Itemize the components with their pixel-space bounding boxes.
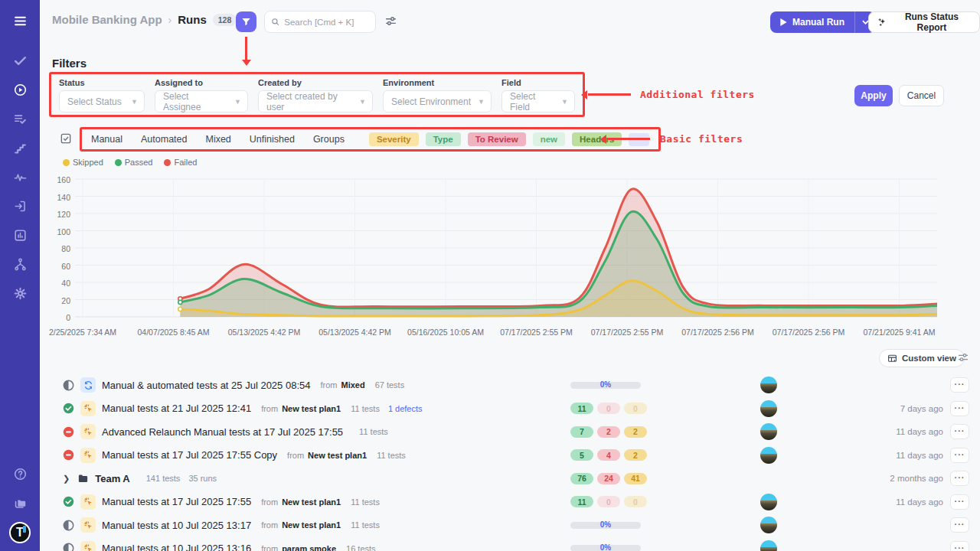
chart-x-tick-label: 04/07/2025 8:45 AM bbox=[138, 328, 210, 337]
table-row[interactable]: Manual tests at 10 Jul 2025 13:16 frompa… bbox=[40, 537, 980, 551]
table-row[interactable]: Manual & automated tests at 25 Jul 2025 … bbox=[40, 373, 980, 397]
filter-tab-automated[interactable]: Automated bbox=[141, 134, 187, 145]
filter-select[interactable]: Select Field ▼ bbox=[501, 90, 575, 112]
from-plan[interactable]: New test plan1 bbox=[282, 520, 341, 530]
filter-tag-new[interactable]: new bbox=[533, 132, 565, 146]
badge-skipped: 0 bbox=[624, 403, 647, 414]
from-plan[interactable]: New test plan1 bbox=[308, 451, 367, 460]
legend-item-skipped[interactable]: Skipped bbox=[63, 158, 103, 167]
chart-x-tick-label: 07/17/2025 2:55 PM bbox=[500, 328, 573, 337]
sidebar-milestones-icon[interactable] bbox=[0, 133, 40, 162]
manual-run-button[interactable]: Manual Run bbox=[770, 11, 875, 33]
row-menu-button[interactable]: ··· bbox=[950, 494, 969, 510]
edit-list-icon[interactable] bbox=[60, 132, 72, 148]
run-result: 542 bbox=[570, 449, 647, 461]
table-row[interactable]: Manual tests at 17 Jul 2025 17:55 fromNe… bbox=[40, 491, 980, 514]
sidebar-tests-check-icon[interactable] bbox=[0, 46, 40, 75]
chart-x-tick-label: 07/17/2025 2:56 PM bbox=[773, 328, 845, 337]
sidebar-runs-play-icon[interactable] bbox=[0, 75, 40, 104]
from-plan[interactable]: param smoke bbox=[282, 544, 336, 551]
filter-tag-to-review[interactable]: To Review bbox=[468, 132, 526, 146]
from-plan[interactable]: Mixed bbox=[341, 380, 364, 390]
filter-select[interactable]: Select Environment ▼ bbox=[383, 90, 492, 112]
run-result: 0% bbox=[570, 522, 641, 529]
row-menu-button[interactable]: ··· bbox=[950, 401, 969, 416]
sidebar-reports-chart-icon[interactable] bbox=[0, 220, 40, 249]
avatar[interactable] bbox=[760, 377, 777, 393]
annotation-basic-filters: Basic filters bbox=[660, 133, 743, 145]
apply-button[interactable]: Apply bbox=[854, 85, 893, 106]
chart-plot[interactable] bbox=[75, 177, 937, 319]
table-row[interactable]: Manual tests at 10 Jul 2025 13:17 fromNe… bbox=[40, 514, 980, 537]
avatar[interactable] bbox=[760, 423, 777, 440]
filter-tab-groups[interactable]: Groups bbox=[313, 134, 345, 145]
filter-tag-type[interactable]: Type bbox=[426, 132, 461, 146]
chevron-down-icon: ▼ bbox=[359, 98, 366, 106]
progress-bar: 0% bbox=[570, 382, 641, 389]
row-menu-button[interactable]: ··· bbox=[950, 541, 969, 551]
defects-link[interactable]: 1 defects bbox=[388, 404, 423, 413]
filter-select[interactable]: Select created by user ▼ bbox=[258, 90, 373, 112]
runs-status-report-button[interactable]: Runs Status Report bbox=[868, 11, 980, 33]
view-adjustments-icon[interactable] bbox=[957, 351, 969, 367]
filter-field-field: Field Select Field ▼ bbox=[501, 78, 575, 115]
group-row[interactable]: ❯ Team A 141 tests 35 runs7624412 months… bbox=[40, 467, 980, 491]
filter-funnel-button[interactable] bbox=[236, 11, 256, 32]
filter-select[interactable]: Select Assignee ▼ bbox=[155, 90, 248, 112]
row-menu-button[interactable]: ··· bbox=[950, 448, 969, 463]
sidebar-branch-icon[interactable] bbox=[0, 249, 40, 279]
run-title: Manual tests at 10 Jul 2025 13:17 bbox=[102, 520, 251, 531]
legend-item-passed[interactable]: Passed bbox=[115, 158, 153, 167]
chevron-right-icon[interactable]: ❯ bbox=[63, 474, 70, 484]
chart-y-tick: 160 bbox=[52, 175, 70, 184]
run-result: 1100 bbox=[570, 496, 647, 507]
legend-dot bbox=[164, 159, 171, 166]
from-plan[interactable]: New test plan1 bbox=[282, 404, 341, 413]
progress-bar: 0% bbox=[570, 545, 641, 551]
avatar[interactable] bbox=[760, 400, 777, 417]
filter-tag-severity[interactable]: Severity bbox=[369, 132, 419, 146]
avatar[interactable] bbox=[760, 540, 777, 551]
row-menu-button[interactable]: ··· bbox=[950, 424, 969, 439]
table-row[interactable]: Manual tests at 21 Jul 2025 12:41 fromNe… bbox=[40, 397, 980, 421]
badge-passed: 11 bbox=[570, 403, 593, 414]
sidebar-settings-gear-icon[interactable] bbox=[0, 279, 40, 308]
avatar[interactable] bbox=[760, 494, 777, 510]
manual-run-icon bbox=[80, 401, 96, 416]
table-row[interactable]: Advanced Relaunch Manual tests at 17 Jul… bbox=[40, 420, 980, 444]
row-menu-button[interactable]: ··· bbox=[950, 377, 969, 393]
search-box[interactable] bbox=[264, 11, 376, 33]
cancel-button[interactable]: Cancel bbox=[899, 85, 944, 106]
sidebar-analytics-pulse-icon[interactable] bbox=[0, 162, 40, 191]
avatar[interactable] bbox=[760, 517, 777, 533]
row-menu-button[interactable]: ··· bbox=[950, 517, 969, 533]
chevron-down-icon: ▼ bbox=[234, 98, 241, 106]
breadcrumb-project[interactable]: Mobile Banking App bbox=[52, 13, 162, 26]
filter-select[interactable]: Select Status ▼ bbox=[59, 90, 145, 112]
search-adjustments-icon[interactable] bbox=[384, 15, 397, 31]
sidebar-import-icon[interactable] bbox=[0, 191, 40, 220]
app-logo[interactable]: T bbox=[9, 522, 31, 543]
badge-skipped: 2 bbox=[624, 426, 647, 438]
sidebar-menu-icon[interactable] bbox=[0, 6, 40, 35]
legend-item-failed[interactable]: Failed bbox=[164, 158, 197, 167]
row-menu-button[interactable]: ··· bbox=[950, 471, 969, 486]
filter-tab-mixed[interactable]: Mixed bbox=[205, 134, 230, 145]
avatar[interactable] bbox=[760, 447, 777, 464]
sidebar-help-icon[interactable] bbox=[0, 459, 40, 488]
badge-failed: 0 bbox=[597, 496, 620, 507]
table-row[interactable]: Manual tests at 17 Jul 2025 17:55 Copy f… bbox=[40, 444, 980, 468]
chart-y-tick: 100 bbox=[52, 227, 70, 236]
status-passed-icon bbox=[63, 403, 74, 414]
custom-view-button[interactable]: Custom view bbox=[879, 349, 965, 367]
filter-tab-unfinished[interactable]: Unfinished bbox=[250, 134, 295, 145]
sidebar-projects-folder-icon[interactable] bbox=[0, 488, 40, 517]
legend-label: Skipped bbox=[73, 158, 103, 167]
filter-tab-manual[interactable]: Manual bbox=[91, 134, 122, 145]
from-plan[interactable]: New test plan1 bbox=[282, 497, 341, 507]
sidebar-test-plans-icon[interactable] bbox=[0, 104, 40, 133]
search-input[interactable] bbox=[284, 18, 369, 27]
play-icon bbox=[780, 18, 787, 26]
runs-area-chart: 020406080100120140160 bbox=[52, 177, 937, 321]
chart-x-tick-label: 05/13/2025 4:42 PM bbox=[318, 328, 391, 337]
